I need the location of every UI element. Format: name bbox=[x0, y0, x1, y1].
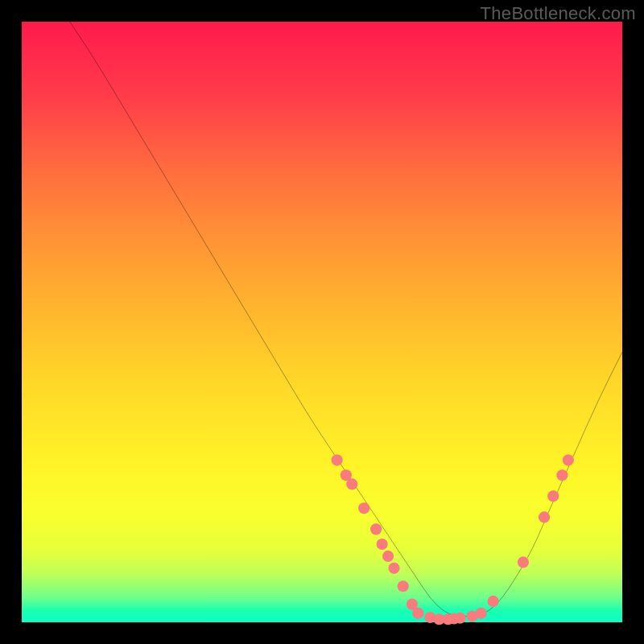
sample-dot bbox=[358, 502, 369, 514]
sample-dot bbox=[388, 563, 399, 574]
plot-area bbox=[22, 22, 622, 622]
sample-dot bbox=[346, 478, 357, 489]
sample-dot bbox=[332, 454, 343, 465]
sample-dot bbox=[539, 511, 550, 522]
bottleneck-curve bbox=[70, 22, 622, 617]
sample-dot bbox=[370, 523, 382, 535]
sample-dot bbox=[398, 580, 409, 592]
sample-dot bbox=[518, 556, 529, 568]
sample-dot bbox=[488, 596, 499, 607]
sample-dot bbox=[556, 469, 568, 481]
sample-dot bbox=[377, 539, 388, 550]
sample-dot bbox=[476, 608, 487, 619]
dots-group bbox=[332, 454, 574, 625]
sample-dot bbox=[412, 608, 423, 619]
watermark-text: TheBottleneck.com bbox=[481, 3, 636, 24]
sample-dot bbox=[454, 613, 465, 624]
curve-svg bbox=[22, 22, 622, 622]
sample-dot bbox=[382, 551, 394, 562]
sample-dot bbox=[563, 454, 574, 465]
chart-frame: TheBottleneck.com bbox=[0, 0, 644, 644]
sample-dot bbox=[547, 490, 559, 502]
